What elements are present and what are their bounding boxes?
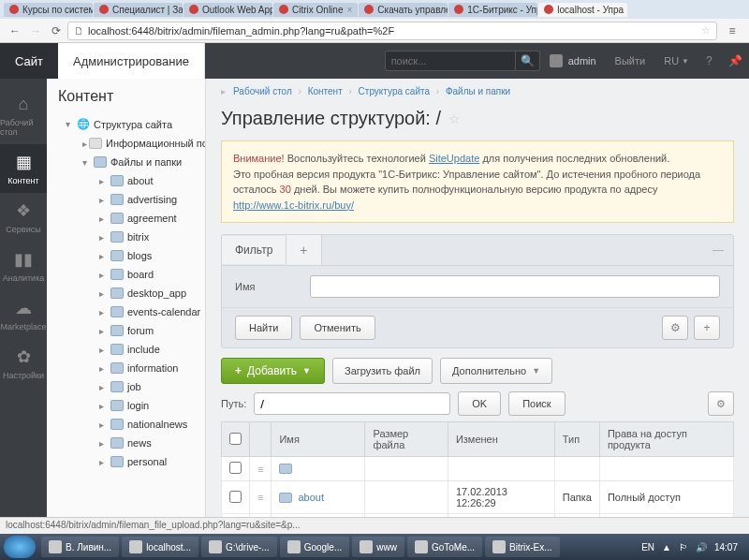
chevron-right-icon[interactable]: ▸ xyxy=(99,420,109,430)
reload-button[interactable]: ⟳ xyxy=(47,22,66,40)
tree-folder[interactable]: ▸forum xyxy=(47,321,205,340)
breadcrumb-link[interactable]: Структура сайта xyxy=(359,86,430,96)
tree-folder[interactable]: ▸agreement xyxy=(47,209,205,228)
chevron-right-icon[interactable]: ▸ xyxy=(82,139,87,149)
rail-item[interactable]: ▦Контент xyxy=(0,144,47,193)
tree-folder[interactable]: ▸information xyxy=(47,359,205,377)
col-name[interactable]: Имя xyxy=(272,422,365,457)
tree-folder[interactable]: ▸nationalnews xyxy=(47,415,205,434)
siteupdate-link[interactable]: SiteUpdate xyxy=(429,153,479,164)
browser-tab[interactable]: Курсы по системн× xyxy=(4,3,93,17)
row-checkbox[interactable] xyxy=(229,462,242,474)
tree-folder[interactable]: ▸board xyxy=(47,265,205,284)
search-input[interactable] xyxy=(385,51,516,71)
ok-button[interactable]: OK xyxy=(458,391,501,416)
rail-item[interactable]: ⌂Рабочий стол xyxy=(0,86,47,144)
browser-menu-icon[interactable]: ≡ xyxy=(723,22,742,40)
tree-folder[interactable]: ▸blogs xyxy=(47,246,205,265)
search-button[interactable]: 🔍 xyxy=(516,51,540,71)
chevron-right-icon[interactable]: ▸ xyxy=(99,176,109,186)
filter-tab[interactable]: Фильтр xyxy=(222,236,286,264)
settings-icon[interactable]: ⚙ xyxy=(708,391,734,416)
upload-button[interactable]: Загрузить файл xyxy=(332,358,433,384)
browser-tab[interactable]: Специалист | Зач× xyxy=(94,3,183,17)
pin-icon[interactable]: 📌 xyxy=(728,54,742,67)
tree-folder[interactable]: ▸login xyxy=(47,396,205,415)
filter-name-input[interactable] xyxy=(310,275,720,298)
chevron-right-icon[interactable]: ▸ xyxy=(99,232,109,243)
more-button[interactable]: Дополнительно▼ xyxy=(440,358,552,384)
chevron-right-icon[interactable]: ▸ xyxy=(99,457,109,467)
forward-button[interactable]: → xyxy=(26,22,45,40)
tree-folder[interactable]: ▸events-calendar xyxy=(47,302,205,321)
chevron-right-icon[interactable]: ▸ xyxy=(99,345,109,355)
rail-item[interactable]: ▮▮Аналитика xyxy=(0,242,47,290)
chevron-right-icon[interactable]: ▸ xyxy=(99,401,109,411)
tree-folder[interactable]: ▸job xyxy=(47,377,205,396)
path-input[interactable] xyxy=(254,392,450,415)
tree-folder[interactable]: ▸desktop_app xyxy=(47,284,205,302)
chevron-right-icon[interactable]: ▸ xyxy=(99,438,109,449)
col-modified[interactable]: Изменен xyxy=(448,422,554,457)
add-button[interactable]: Добавить▼ xyxy=(221,358,325,384)
breadcrumb-link[interactable]: Контент xyxy=(308,86,343,96)
browser-tab[interactable]: Citrix Online× xyxy=(273,3,358,17)
chevron-right-icon[interactable]: ▸ xyxy=(99,326,109,336)
filter-add-tab[interactable]: + xyxy=(286,235,321,265)
row-menu-icon[interactable]: ≡ xyxy=(250,481,272,514)
tree-root[interactable]: ▾ 🌐 Структура сайта xyxy=(47,114,205,134)
bookmark-star-icon[interactable]: ☆ xyxy=(701,24,711,37)
table-row[interactable]: ≡about17.02.2013 12:26:29ПапкаПолный дос… xyxy=(222,481,734,514)
col-access[interactable]: Права на доступ продукта xyxy=(599,422,733,457)
breadcrumb-link[interactable]: Рабочий стол xyxy=(233,86,292,96)
tree-folder[interactable]: ▸news xyxy=(47,434,205,452)
buy-link[interactable]: http://www.1c-bitrix.ru/buy/ xyxy=(233,199,354,211)
table-row[interactable]: ≡ xyxy=(222,457,734,481)
gear-icon[interactable]: ⚙ xyxy=(662,316,688,340)
url-field[interactable]: 🗋 localhost:6448/bitrix/admin/fileman_ad… xyxy=(67,22,717,40)
col-size[interactable]: Размер файла xyxy=(365,422,448,457)
chevron-right-icon[interactable]: ▸ xyxy=(99,195,109,205)
favorite-star-icon[interactable]: ☆ xyxy=(448,111,461,126)
chevron-right-icon[interactable]: ▸ xyxy=(99,382,109,392)
row-menu-icon[interactable]: ≡ xyxy=(250,457,272,481)
search-button[interactable]: Поиск xyxy=(508,391,565,416)
browser-tab[interactable]: 1С-Битрикс - Упр× xyxy=(448,3,537,17)
tab-site[interactable]: Сайт xyxy=(0,43,58,79)
chevron-right-icon[interactable]: ▸ xyxy=(99,307,109,317)
filter-collapse-icon[interactable]: — xyxy=(703,243,733,257)
tab-admin[interactable]: Администрирование xyxy=(58,43,205,79)
cancel-button[interactable]: Отменить xyxy=(300,316,374,340)
breadcrumb-link[interactable]: Файлы и папки xyxy=(446,86,510,96)
chevron-right-icon[interactable]: ▸ xyxy=(99,288,109,299)
help-icon[interactable]: ? xyxy=(706,54,719,67)
tree-folder[interactable]: ▸include xyxy=(47,340,205,359)
folder-link[interactable]: about xyxy=(298,492,324,503)
close-icon[interactable]: × xyxy=(346,5,352,15)
chevron-down-icon[interactable]: ▾ xyxy=(82,157,92,168)
browser-tab[interactable]: localhost - Упра× xyxy=(538,3,627,17)
chevron-right-icon[interactable]: ▸ xyxy=(99,363,109,374)
chevron-down-icon[interactable]: ▾ xyxy=(66,119,75,129)
rail-item[interactable]: ✿Настройки xyxy=(0,339,47,388)
logout-link[interactable]: Выйти xyxy=(606,43,655,79)
rail-item[interactable]: ☁Marketplace xyxy=(0,290,47,339)
chevron-right-icon[interactable]: ▸ xyxy=(99,270,109,280)
lang-switch[interactable]: RU▼ xyxy=(654,43,698,79)
tree-folder[interactable]: ▸about xyxy=(47,171,205,190)
browser-tab[interactable]: Outlook Web App× xyxy=(184,3,272,17)
rail-item[interactable]: ❖Сервисы xyxy=(0,193,47,242)
tree-info-portal[interactable]: ▸ Информационный портал (Сайт xyxy=(47,134,205,153)
chevron-right-icon[interactable]: ▸ xyxy=(99,251,109,261)
tree-folder[interactable]: ▸advertising xyxy=(47,190,205,209)
tree-files-folders[interactable]: ▾ Файлы и папки xyxy=(47,153,205,171)
select-all-checkbox[interactable] xyxy=(229,433,242,445)
find-button[interactable]: Найти xyxy=(235,316,292,340)
browser-tab[interactable]: Скачать управлен× xyxy=(359,3,448,17)
col-type[interactable]: Тип xyxy=(554,422,599,457)
topbar-user[interactable]: admin xyxy=(540,43,606,79)
tree-folder[interactable]: ▸personal xyxy=(47,452,205,471)
tree-folder[interactable]: ▸bitrix xyxy=(47,228,205,246)
add-filter-icon[interactable]: + xyxy=(694,316,720,340)
chevron-right-icon[interactable]: ▸ xyxy=(99,214,109,224)
